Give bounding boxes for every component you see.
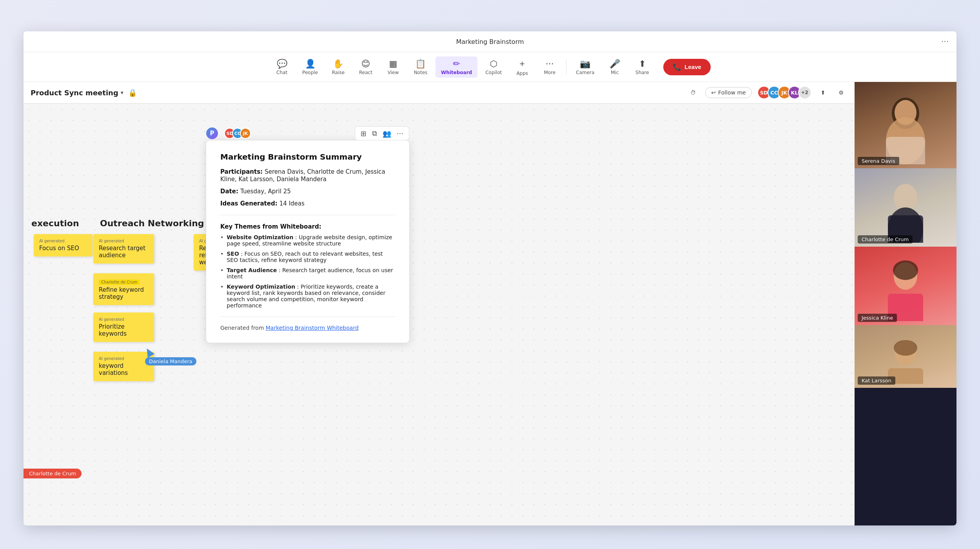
sticky-prioritize-kw[interactable]: AI generated Prioritize keywords — [93, 313, 154, 342]
lock-icon[interactable]: 🔒 — [128, 89, 137, 97]
serena-silhouette — [880, 86, 931, 164]
notes-icon: 📋 — [415, 59, 426, 69]
toolbar-divider — [566, 59, 566, 75]
theme-seo-text: : Focus on SEO, reach out to relevant we… — [227, 251, 383, 263]
user-tag-charlotte: Charlotte de Crum — [24, 469, 82, 478]
settings-icon[interactable]: ⚙ — [835, 87, 848, 98]
toolbar-apps[interactable]: ＋ Apps — [510, 55, 535, 78]
raise-label: Raise — [332, 70, 345, 75]
cursor-daniela: Daniela Mandera — [145, 348, 196, 365]
card-more-icon[interactable]: ··· — [397, 129, 403, 138]
summary-divider-1 — [220, 215, 395, 215]
toolbar-mic[interactable]: 🎤 Mic — [602, 56, 627, 78]
jessica-silhouette — [880, 251, 931, 321]
cursor-label: Daniela Mandera — [145, 357, 196, 365]
toolbar-share[interactable]: ⬆ Share — [630, 56, 655, 78]
react-label: React — [359, 70, 372, 75]
section-outreach: Outreach Networking — [100, 218, 204, 228]
window-title: Marketing Brainstorm — [456, 38, 524, 45]
wb-header-right: ⏱ ↩ Follow me SD CC JK KL +2 ⬆ ⚙ — [686, 86, 848, 99]
view-label: View — [388, 70, 399, 75]
share-icon: ⬆ — [639, 59, 646, 69]
footer-link[interactable]: Marketing Brainstorm Whiteboard — [266, 325, 359, 331]
toolbar: 💬 Chat 👤 People ✋ Raise 😊 React ▦ View 📋… — [24, 52, 956, 82]
toolbar-more[interactable]: ··· More — [537, 56, 562, 78]
ideas-label: Ideas Generated: — [220, 200, 278, 207]
summary-divider-2 — [220, 316, 395, 317]
copilot-icon: ⬡ — [490, 59, 497, 69]
copilot-label: Copilot — [485, 70, 502, 75]
sticky-text-4: Prioritize keywords — [99, 323, 149, 337]
meeting-title-chevron[interactable]: ▾ — [121, 89, 123, 96]
leave-label: Leave — [684, 64, 701, 70]
toolbar-view[interactable]: ▦ View — [381, 56, 406, 78]
mic-label: Mic — [611, 70, 619, 75]
card-grid-icon[interactable]: ⊞ — [361, 129, 367, 138]
more-icon: ··· — [546, 59, 554, 69]
key-themes-title: Key Themes from Whiteboard: — [220, 223, 395, 230]
sticky-text: Focus on SEO — [39, 245, 87, 252]
sticky-text-2: Research target audience — [99, 245, 149, 259]
kat-silhouette — [880, 329, 931, 384]
toolbar-chat[interactable]: 💬 Chat — [269, 56, 294, 78]
toolbar-whiteboard[interactable]: ✏️ Whiteboard — [436, 56, 477, 78]
video-tile-charlotte: Charlotte de Crum — [855, 168, 956, 247]
jessica-name-badge: Jessica Kline — [858, 314, 897, 322]
sticky-ai-label-2: AI generated — [99, 239, 149, 243]
avatar-count: +2 — [798, 86, 811, 99]
whiteboard-icon: ✏️ — [453, 59, 460, 69]
theme-kw-label: Keyword Optimization — [227, 284, 295, 290]
svg-point-11 — [894, 340, 917, 356]
toolbar-react[interactable]: 😊 React — [353, 56, 378, 78]
participants-section: Participants: Serena Davis, Charlotte de… — [220, 168, 395, 183]
theme-ta-label: Target Audience — [227, 267, 277, 273]
card-avatars: SD CC JK — [224, 128, 251, 139]
sticky-research-audience[interactable]: AI generated Research target audience — [93, 234, 154, 264]
section-execution: execution — [31, 218, 79, 228]
theme-website-opt: Website Optimization : Upgrade website d… — [220, 234, 395, 247]
window-menu-dots[interactable]: ··· — [941, 37, 949, 46]
view-icon: ▦ — [389, 59, 397, 69]
leave-button[interactable]: 📞 Leave — [663, 59, 711, 75]
follow-me-button[interactable]: ↩ Follow me — [705, 87, 751, 98]
ideas-value: 14 Ideas — [279, 200, 305, 207]
timer-icon[interactable]: ⏱ — [686, 87, 700, 98]
people-icon: 👤 — [305, 59, 316, 69]
ideas-section: Ideas Generated: 14 Ideas — [220, 200, 395, 207]
wb-header: Product Sync meeting ▾ 🔒 ⏱ ↩ Follow me S… — [24, 82, 855, 104]
svg-point-4 — [894, 184, 917, 211]
wb-canvas[interactable]: execution Outreach Networking AI generat… — [24, 105, 855, 525]
mic-icon: 🎤 — [610, 59, 620, 69]
date-section: Date: Tuesday, April 25 — [220, 187, 395, 195]
sticky-ai-label-3: AI generated — [99, 317, 149, 322]
sticky-refine-keyword[interactable]: Charlotte de Crum Refine keyword strateg… — [93, 273, 154, 305]
card-av-3: JK — [240, 128, 251, 139]
theme-target-audience: Target Audience : Research target audien… — [220, 267, 395, 280]
toolbar-notes[interactable]: 📋 Notes — [408, 56, 433, 78]
svg-point-8 — [893, 260, 918, 280]
follow-me-icon: ↩ — [711, 89, 716, 96]
video-tile-kat: Kat Larsson — [855, 325, 956, 388]
sticky-ai-label-4: AI generated — [99, 356, 149, 361]
sticky-author-label: Charlotte de Crum — [99, 280, 140, 285]
sticky-ai-label: AI generated — [39, 239, 87, 243]
toolbar-raise[interactable]: ✋ Raise — [326, 56, 351, 78]
video-tile-jessica: Jessica Kline — [855, 247, 956, 325]
copilot-logo: P — [206, 127, 218, 139]
share-screen-icon[interactable]: ⬆ — [817, 87, 829, 98]
whiteboard-area[interactable]: Product Sync meeting ▾ 🔒 ⏱ ↩ Follow me S… — [24, 82, 855, 525]
toolbar-camera[interactable]: 📷 Camera — [570, 56, 600, 78]
summary-footer: Generated from Marketing Brainstorm Whit… — [220, 325, 395, 331]
theme-keyword-opt: Keyword Optimization : Prioritize keywor… — [220, 284, 395, 309]
toolbar-copilot[interactable]: ⬡ Copilot — [480, 56, 507, 78]
sticky-focus-seo[interactable]: AI generated Focus on SEO — [34, 234, 93, 256]
date-value: Tuesday, April 25 — [240, 188, 291, 195]
card-share-icon[interactable]: 👥 — [383, 129, 391, 138]
toolbar-people[interactable]: 👤 People — [297, 56, 323, 78]
video-tile-serena: Serena Davis — [855, 82, 956, 168]
content-area: Product Sync meeting ▾ 🔒 ⏱ ↩ Follow me S… — [24, 82, 956, 525]
card-copy-icon[interactable]: ⧉ — [372, 129, 377, 138]
theme-seo-label: SEO — [227, 251, 239, 257]
share-label: Share — [635, 70, 649, 75]
participants-label: Participants: — [220, 168, 263, 175]
